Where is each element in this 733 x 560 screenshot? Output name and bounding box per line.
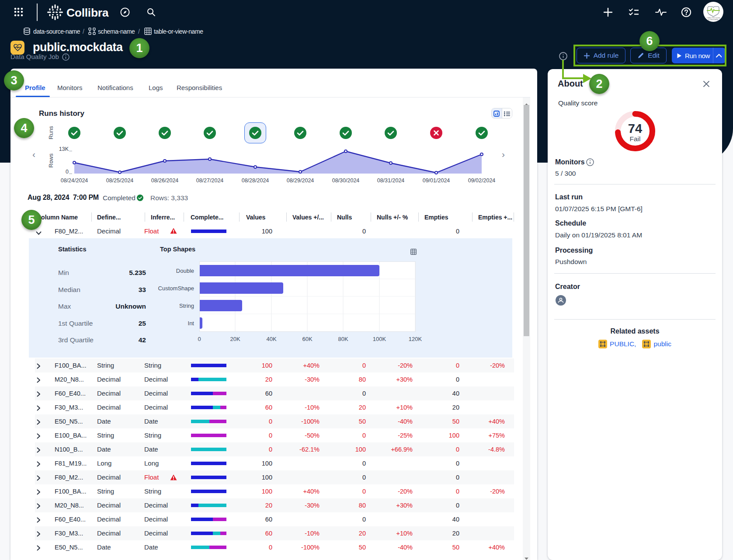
svg-text:& Observability: & Observability: [709, 19, 719, 21]
